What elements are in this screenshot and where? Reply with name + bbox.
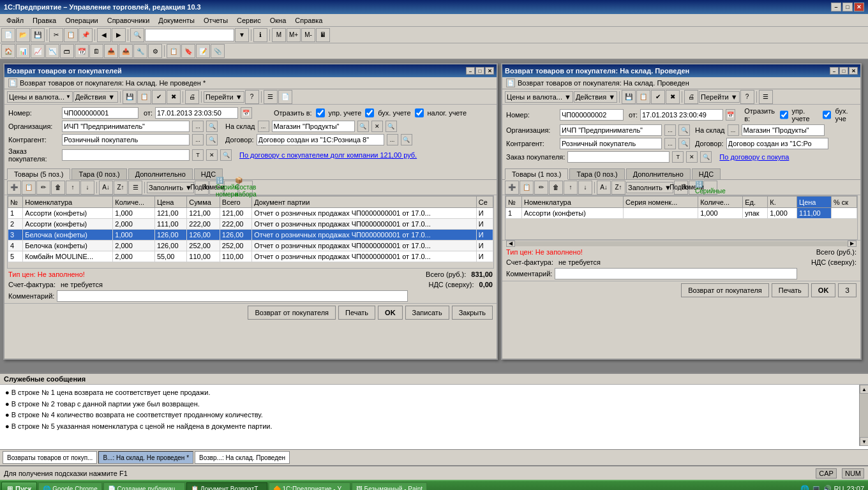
w1-save-btn[interactable]: 💾 (123, 90, 137, 104)
scroll-right-btn[interactable]: ▶ (848, 241, 857, 247)
tt-group[interactable]: ☰ (128, 181, 142, 195)
tt-up[interactable]: ↑ (66, 181, 80, 195)
w2-unpost[interactable]: ✖ (666, 90, 680, 104)
menu-windows[interactable]: Окна (266, 16, 290, 25)
w2-tt-sortza[interactable]: Z↑ (611, 181, 625, 195)
tt-delete[interactable]: 🗑 (51, 181, 65, 195)
w2-print[interactable]: 🖨 (684, 90, 698, 104)
tb2-btn11[interactable]: ⚙ (148, 44, 162, 58)
w2-print-btn[interactable]: Печать (772, 283, 809, 297)
taskbar-chrome[interactable]: 🌐 Google Chrome (38, 482, 101, 490)
tb-copy[interactable]: 📋 (64, 28, 78, 42)
tt-down[interactable]: ↓ (80, 181, 94, 195)
check-mgmt[interactable] (316, 108, 325, 117)
w2-tab-additional[interactable]: Дополнительно (626, 168, 691, 179)
dest-input[interactable] (272, 121, 355, 132)
tt-sort-za[interactable]: Z↑ (114, 181, 128, 195)
return-from-buyer-btn[interactable]: Возврат от покупателя (248, 306, 336, 320)
tb2-btn6[interactable]: 📆 (75, 44, 89, 58)
order-input[interactable] (62, 149, 190, 161)
tb2-btn10[interactable]: 🔧 (133, 44, 147, 58)
win2-max[interactable]: □ (839, 67, 848, 75)
w2-list[interactable]: ☰ (759, 90, 773, 104)
w2-check-mgmt[interactable] (780, 110, 788, 119)
w2-tt-edit[interactable]: ✏ (534, 181, 548, 195)
menu-service[interactable]: Сервис (233, 16, 265, 25)
tab-tara[interactable]: Тара (0 поз.) (71, 168, 126, 179)
close-btn[interactable]: Закрыть (452, 306, 493, 320)
w2-tt-down[interactable]: ↓ (578, 181, 592, 195)
tb2-btn5[interactable]: 🗃 (60, 44, 74, 58)
win1-max[interactable]: □ (475, 67, 484, 75)
win2-min[interactable]: – (830, 67, 839, 75)
number-input[interactable] (62, 107, 138, 119)
contractor-input[interactable] (62, 134, 190, 145)
w2-org-select[interactable]: ... (664, 124, 676, 136)
tb-info[interactable]: ℹ (253, 28, 267, 42)
tb-search-go[interactable]: ▼ (235, 28, 249, 42)
w2-order-q[interactable]: 🔍 (700, 151, 712, 163)
tb2-btn2[interactable]: 📊 (16, 44, 30, 58)
w1-post-btn[interactable]: ✔ (152, 90, 166, 104)
w2-number-input[interactable] (560, 109, 624, 121)
price-currency-btn[interactable]: Цены и валюта...▼ (7, 91, 73, 103)
msg-scroll-down[interactable]: ▼ (860, 437, 868, 446)
dest-goto-btn[interactable]: 🔍 (385, 121, 397, 132)
org-goto-btn[interactable]: 🔍 (206, 121, 218, 132)
w2-save[interactable]: 💾 (622, 90, 636, 104)
menu-operations[interactable]: Операции (61, 16, 101, 25)
tb-new[interactable]: 📄 (1, 28, 15, 42)
tb2-btn15[interactable]: 📎 (211, 44, 225, 58)
w2-save-btn[interactable]: З (838, 283, 857, 297)
w1-copy-btn[interactable]: 📋 (137, 90, 151, 104)
table-row[interactable]: 3 Белочка (конфеты) 1,000 126,00 126,00 … (8, 230, 493, 241)
win1-min[interactable]: – (466, 67, 475, 75)
w2-order-input[interactable] (567, 151, 670, 163)
contract-input[interactable] (257, 134, 384, 145)
taskbar-publish[interactable]: 📄 Создание публикац... (103, 482, 185, 490)
tb2-btn9[interactable]: 📤 (119, 44, 133, 58)
w2-price-btn[interactable]: Цены и валюта... ▼ (505, 91, 573, 103)
goto-btn[interactable]: Перейти ▼ (204, 91, 244, 103)
w2-post[interactable]: ✔ (651, 90, 665, 104)
fill-btn[interactable]: Заполнить ▼ (147, 182, 194, 193)
w2-tt-copy[interactable]: 📋 (520, 181, 534, 195)
dest-search-btn[interactable]: 🔍 (357, 121, 369, 132)
order-x[interactable]: ✕ (206, 149, 218, 161)
taskbar-document[interactable]: 📋 Документ ВозвратТ... (186, 482, 267, 490)
ok-btn[interactable]: OK (378, 306, 403, 320)
tb-open[interactable]: 📂 (16, 28, 30, 42)
order-t[interactable]: T (192, 149, 204, 161)
w2-ok-btn[interactable]: OK (811, 283, 836, 297)
w2-tab-tara[interactable]: Тара (0 поз.) (569, 168, 624, 179)
tb-calc[interactable]: 🖩 (316, 28, 330, 42)
w2-tab-vat[interactable]: НДС (692, 168, 721, 179)
tb-search[interactable]: 🔍 (130, 28, 144, 42)
tt-add[interactable]: ➕ (7, 181, 21, 195)
tb2-btn3[interactable]: 📈 (31, 44, 45, 58)
win-task-not-conducted[interactable]: В...: На склад. Не проведен * (98, 451, 193, 464)
w1-help-btn[interactable]: ? (245, 90, 259, 104)
contractor-select-btn[interactable]: ... (192, 134, 204, 145)
w2-tt-delete[interactable]: 🗑 (549, 181, 563, 195)
tb-mplus[interactable]: M+ (287, 28, 301, 42)
comment-input[interactable] (57, 290, 408, 302)
w2-dest-input[interactable] (742, 124, 825, 136)
menu-help[interactable]: Справка (291, 16, 326, 25)
tt-copy[interactable]: 📋 (22, 181, 36, 195)
taskbar-paint[interactable]: 🖼 Безымянный - Paint (352, 482, 427, 490)
w2-calendar-btn[interactable]: 📅 (726, 109, 735, 121)
table-row[interactable]: 2 Ассорти (конфеты) 2,000 111,00 222,00 … (8, 219, 493, 230)
tb-m[interactable]: M (272, 28, 286, 42)
w2-goto-btn[interactable]: Перейти ▼ (699, 91, 740, 103)
minimize-button[interactable]: – (831, 3, 841, 11)
tb-mminus[interactable]: M- (301, 28, 315, 42)
contractor-goto-btn[interactable]: 🔍 (206, 134, 218, 145)
tb-paste[interactable]: 📌 (79, 28, 93, 42)
table-row[interactable]: 4 Белочка (конфеты) 2,000 126,00 252,00 … (8, 241, 493, 251)
actions-btn[interactable]: Действия ▼ (73, 91, 118, 103)
w2-order-x[interactable]: ✕ (686, 151, 698, 163)
taskbar-1c[interactable]: 🔶 1С:Предприятие - У... (269, 482, 350, 490)
w2-return-btn[interactable]: Возврат от покупателя (681, 283, 769, 297)
w2-tt-up[interactable]: ↑ (564, 181, 578, 195)
